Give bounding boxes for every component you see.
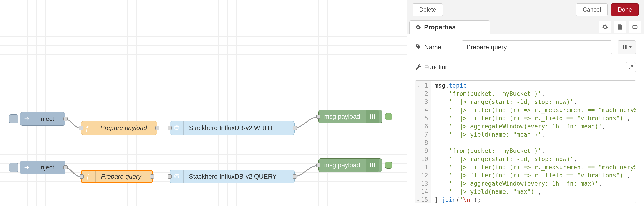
node-port[interactable] [293,126,297,130]
debug-icon [366,159,379,172]
svg-rect-3 [372,114,373,119]
svg-rect-9 [374,163,375,167]
svg-text:f: f [86,124,89,132]
editor-code[interactable]: msg.topic = [ 'from(bucket: "myBucket")'… [431,81,636,203]
name-field-row: Name [415,40,636,54]
gear-icon [415,24,421,30]
debug-toggle[interactable] [385,113,392,120]
database-icon [170,170,184,183]
node-port[interactable] [64,117,68,121]
appearance-icon [632,24,638,30]
node-port[interactable] [64,165,68,170]
expand-icon [628,65,633,70]
node-inject[interactable]: inject [20,161,66,174]
node-label: inject [34,164,60,171]
node-label: Stackhero InfluxDB-v2 QUERY [184,173,282,180]
function-icon: f [82,171,96,182]
debug-icon [366,110,379,123]
node-label: inject [34,115,60,122]
function-icon: f [81,121,95,134]
svg-point-1 [175,125,178,127]
node-prepare-query[interactable]: f Prepare query [81,170,153,183]
caret-down-icon [629,46,632,48]
svg-rect-2 [370,114,371,119]
svg-rect-10 [633,25,637,29]
svg-point-6 [175,174,178,176]
editor-gutter: 1234567891011121314151617 [416,81,431,203]
node-label: Prepare payload [95,124,152,132]
expand-editor-button[interactable] [626,62,636,72]
database-icon [170,121,184,134]
book-icon [622,44,628,50]
debug-toggle[interactable] [385,162,392,169]
node-port[interactable] [155,126,160,130]
node-debug[interactable]: msg.payload [318,110,382,123]
node-port[interactable] [293,175,297,179]
node-prepare-payload[interactable]: f Prepare payload [81,121,157,135]
node-label: Stackhero InfluxDB-v2 WRITE [184,124,280,132]
arrow-right-icon [20,112,34,125]
svg-rect-11 [632,26,633,27]
wrench-icon [415,64,422,70]
done-button[interactable]: Done [611,3,638,16]
properties-panel: Delete Cancel Done Properties Name [407,0,644,206]
panel-toolbar: Delete Cancel Done [407,0,644,20]
name-label: Name [415,44,456,51]
node-port[interactable] [316,114,320,119]
library-button[interactable] [618,40,636,54]
node-port[interactable] [168,126,172,130]
node-port[interactable] [150,175,154,179]
code-editor[interactable]: 1234567891011121314151617 msg.topic = [ … [415,80,636,203]
node-port[interactable] [168,175,172,179]
svg-rect-8 [372,163,373,167]
gear-icon [602,24,608,30]
arrow-right-icon [20,161,34,174]
svg-rect-4 [374,114,375,119]
tab-label: Properties [424,24,456,31]
svg-text:f: f [87,173,89,180]
node-influx-query[interactable]: Stackhero InfluxDB-v2 QUERY [170,170,295,183]
node-port[interactable] [79,126,83,130]
node-label: msg.payload [318,162,366,169]
node-label: msg.payload [318,113,366,120]
svg-rect-7 [370,163,371,167]
flow-canvas[interactable]: inject f Prepare payload Stackhero Influ… [0,0,407,206]
node-port[interactable] [80,175,84,179]
inject-trigger-button[interactable] [9,163,18,172]
node-settings-button[interactable] [598,21,611,33]
node-label: Prepare query [96,173,147,180]
node-debug[interactable]: msg.payload [318,158,382,172]
cancel-button[interactable]: Cancel [576,3,608,16]
inject-trigger-button[interactable] [9,114,18,123]
tab-properties[interactable]: Properties [409,20,490,34]
node-docs-button[interactable] [614,21,626,33]
name-input[interactable] [462,40,612,54]
delete-button[interactable]: Delete [412,3,443,16]
function-label: Function [415,64,449,71]
node-influx-write[interactable]: Stackhero InfluxDB-v2 WRITE [170,121,295,135]
tag-icon [415,44,422,50]
node-appearance-button[interactable] [628,21,641,33]
node-inject[interactable]: inject [20,112,66,126]
function-field-row: Function [415,62,636,72]
node-port[interactable] [316,163,320,167]
panel-tabs: Properties [407,20,644,34]
document-icon [617,24,623,30]
svg-rect-12 [637,26,638,27]
